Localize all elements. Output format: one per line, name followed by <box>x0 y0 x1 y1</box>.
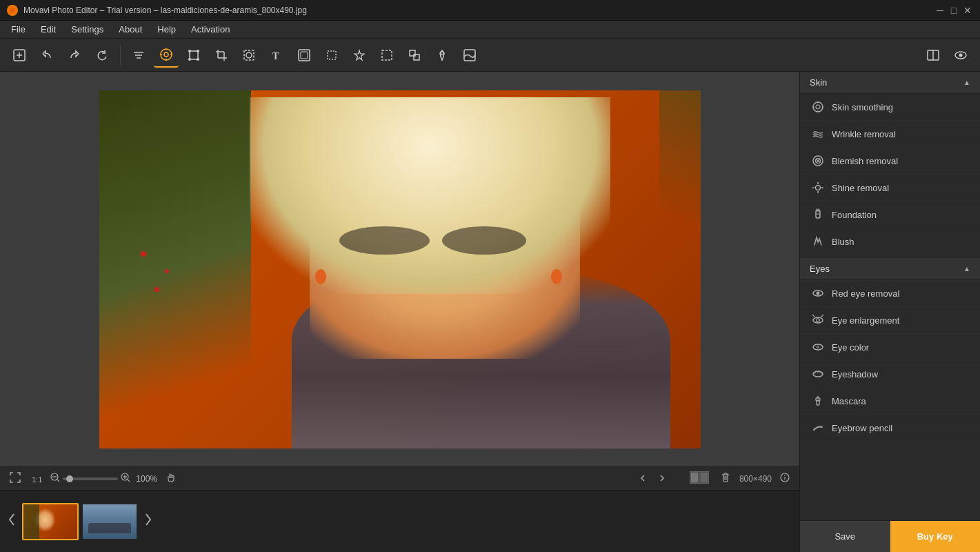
menu-file[interactable]: File <box>4 23 32 36</box>
hand-tool-button[interactable] <box>163 469 179 489</box>
fullscreen-button[interactable] <box>7 469 23 489</box>
wrinkle-removal-label: Wrinkle removal <box>832 129 896 139</box>
selection-button[interactable] <box>319 43 344 68</box>
frame-button[interactable] <box>292 43 317 68</box>
pin-button[interactable] <box>430 43 454 68</box>
blemish-removal-icon <box>811 154 825 168</box>
close-button[interactable]: ✕ <box>962 5 973 16</box>
svg-rect-29 <box>414 55 419 60</box>
eyeshadow-item[interactable]: Eyeshadow <box>800 361 980 388</box>
filmstrip-prev-button[interactable] <box>4 510 19 533</box>
mascara-item[interactable]: Mascara <box>800 388 980 415</box>
svg-line-74 <box>812 315 814 317</box>
crop-button[interactable] <box>209 43 234 68</box>
red-eye-removal-icon <box>811 286 825 300</box>
filmstrip-next-button[interactable] <box>141 510 156 533</box>
svg-point-35 <box>959 53 963 57</box>
buy-key-button[interactable]: Buy Key <box>890 521 981 552</box>
eyebrow-pencil-item[interactable]: Eyebrow pencil <box>800 415 980 442</box>
svg-line-73 <box>821 315 823 317</box>
menu-settings[interactable]: Settings <box>64 23 110 36</box>
eye-color-icon <box>811 340 825 354</box>
blemish-removal-item[interactable]: Blemish removal <box>800 148 980 175</box>
blush-icon <box>811 235 825 248</box>
skin-smoothing-icon <box>811 100 825 114</box>
svg-point-14 <box>197 50 199 52</box>
filmstrip-thumb-1[interactable] <box>22 503 79 540</box>
add-image-button[interactable] <box>7 43 32 68</box>
filmstrip-view-button[interactable] <box>687 469 712 489</box>
eyes-section-header[interactable]: Eyes ▲ <box>800 258 980 280</box>
info-button[interactable] <box>777 470 792 488</box>
foundation-item[interactable]: Foundation <box>800 201 980 228</box>
rect-select-button[interactable] <box>374 43 399 68</box>
svg-point-50 <box>784 475 786 476</box>
mascara-label: Mascara <box>832 396 866 406</box>
save-button[interactable]: Save <box>800 521 890 552</box>
menu-edit[interactable]: Edit <box>34 23 63 36</box>
zoom-in-button[interactable] <box>121 473 130 485</box>
svg-rect-21 <box>244 50 254 60</box>
filmstrip-thumb-2[interactable] <box>81 503 138 540</box>
svg-line-38 <box>57 480 59 482</box>
zoom-slider[interactable] <box>63 477 118 480</box>
svg-point-77 <box>817 346 819 348</box>
eye-enlargement-item[interactable]: Eye enlargement <box>800 307 980 334</box>
blemish-removal-label: Blemish removal <box>832 156 898 166</box>
toolbar-separator-1 <box>120 46 121 65</box>
foundation-icon <box>811 208 825 221</box>
erase-bg-button[interactable] <box>237 43 261 68</box>
undo-button[interactable] <box>34 43 59 68</box>
text-button[interactable]: T <box>264 43 289 68</box>
svg-rect-28 <box>410 50 415 56</box>
menu-activation[interactable]: Activation <box>184 23 237 36</box>
status-bar: 1:1 <box>0 466 799 490</box>
retouch-button[interactable] <box>347 43 372 68</box>
bg-replace-button[interactable] <box>457 43 482 68</box>
right-panel-scroll[interactable]: Skin ▲ Skin smoothing <box>800 72 980 520</box>
shine-removal-item[interactable]: Shine removal <box>800 175 980 201</box>
svg-point-51 <box>813 102 823 112</box>
beautify-button[interactable] <box>154 43 179 68</box>
skin-smoothing-label: Skin smoothing <box>832 102 893 112</box>
skin-section-header[interactable]: Skin ▲ <box>800 72 980 94</box>
skin-smoothing-item[interactable]: Skin smoothing <box>800 94 980 121</box>
svg-rect-26 <box>328 51 336 59</box>
filters-button[interactable] <box>126 43 151 68</box>
blush-item[interactable]: Blush <box>800 228 980 255</box>
zoom-percent: 100% <box>136 474 157 484</box>
app-title: Movavi Photo Editor – Trial version – la… <box>23 6 929 15</box>
rotate-button[interactable] <box>90 43 114 68</box>
clone-button[interactable] <box>402 43 427 68</box>
transform-button[interactable] <box>181 43 206 68</box>
delete-button[interactable] <box>717 469 734 489</box>
svg-line-42 <box>128 480 130 482</box>
minimize-button[interactable]: ─ <box>934 5 946 16</box>
svg-point-7 <box>164 52 168 57</box>
zoom-fit-button[interactable]: 1:1 <box>29 470 45 488</box>
svg-rect-44 <box>691 473 698 482</box>
eye-enlargement-label: Eye enlargement <box>832 315 899 326</box>
menu-help[interactable]: Help <box>150 23 183 36</box>
redo-button[interactable] <box>62 43 87 68</box>
svg-point-65 <box>816 186 821 190</box>
zoom-out-button[interactable] <box>50 473 60 485</box>
compare-button[interactable] <box>921 43 946 68</box>
foundation-label: Foundation <box>832 210 877 220</box>
skin-section-chevron: ▲ <box>963 79 970 86</box>
svg-point-78 <box>813 371 823 377</box>
maximize-button[interactable]: □ <box>948 5 959 16</box>
eye-color-item[interactable]: Eye color <box>800 334 980 361</box>
eyeshadow-icon <box>811 367 825 381</box>
menu-about[interactable]: About <box>112 23 149 36</box>
wrinkle-removal-item[interactable]: Wrinkle removal <box>800 121 980 148</box>
eye-enlargement-icon <box>811 313 825 327</box>
svg-rect-45 <box>701 473 708 482</box>
filmstrip-bar <box>0 490 799 552</box>
next-image-button[interactable] <box>655 470 669 488</box>
prev-image-button[interactable] <box>636 470 650 488</box>
svg-rect-80 <box>816 398 820 401</box>
red-eye-removal-item[interactable]: Red eye removal <box>800 280 980 307</box>
preview-button[interactable] <box>948 43 973 68</box>
eyebrow-pencil-label: Eyebrow pencil <box>832 423 892 433</box>
